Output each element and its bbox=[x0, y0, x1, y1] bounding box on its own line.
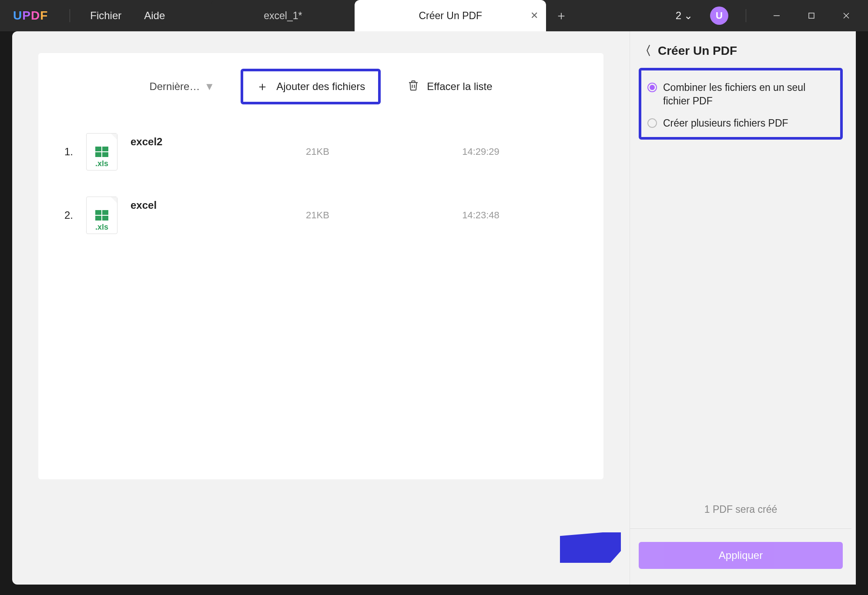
titlebar-right: 2 ⌄ U bbox=[676, 0, 868, 31]
tab-label: Créer Un PDF bbox=[419, 10, 482, 22]
option-multiple[interactable]: Créer plusieurs fichiers PDF bbox=[647, 112, 834, 134]
xls-file-icon: .xls bbox=[86, 197, 117, 234]
add-files-label: Ajouter des fichiers bbox=[276, 80, 365, 93]
tab-strip: excel_1* Créer Un PDF ✕ ＋ bbox=[211, 0, 675, 31]
menu-file[interactable]: Fichier bbox=[79, 0, 133, 31]
side-panel: 〈 Créer Un PDF Combiner les fichiers en … bbox=[630, 31, 856, 585]
file-toolbar: Dernière… ▼ ＋ Ajouter des fichiers bbox=[38, 53, 603, 120]
plus-icon: ＋ bbox=[256, 78, 268, 95]
sort-dropdown[interactable]: Dernière… ▼ bbox=[149, 80, 214, 93]
option-combine[interactable]: Combiner les fichiers en un seul fichier… bbox=[647, 77, 834, 112]
panel-header: 〈 Créer Un PDF bbox=[639, 43, 843, 68]
create-pdf-options: Combiner les fichiers en un seul fichier… bbox=[639, 68, 843, 140]
sort-label: Dernière… bbox=[149, 80, 200, 93]
file-row[interactable]: 1. .xls excel2 21KB 14:29:29 bbox=[38, 120, 603, 184]
file-time: 14:23:48 bbox=[426, 210, 535, 221]
separator bbox=[746, 9, 746, 22]
thumb-ext: .xls bbox=[95, 159, 108, 168]
avatar[interactable]: U bbox=[710, 7, 728, 25]
menu-help[interactable]: Aide bbox=[133, 0, 176, 31]
caret-down-icon: ▼ bbox=[204, 80, 214, 93]
apply-label: Appliquer bbox=[719, 549, 763, 562]
radio-checked-icon bbox=[647, 83, 657, 92]
tab-label: excel_1* bbox=[264, 10, 302, 22]
radio-unchecked-icon bbox=[647, 118, 657, 128]
separator bbox=[70, 9, 70, 22]
new-tab-button[interactable]: ＋ bbox=[546, 0, 576, 31]
app-logo: UPDF bbox=[0, 9, 61, 23]
file-size: 21KB bbox=[274, 146, 361, 157]
window-close-button[interactable] bbox=[833, 0, 859, 31]
row-index: 1. bbox=[56, 146, 73, 158]
file-row[interactable]: 2. .xls excel 21KB 14:23:48 bbox=[38, 184, 603, 247]
file-name: excel bbox=[131, 197, 261, 211]
window-maximize-button[interactable] bbox=[798, 0, 824, 31]
option-label: Combiner les fichiers en un seul fichier… bbox=[663, 81, 834, 108]
close-tab-icon[interactable]: ✕ bbox=[530, 10, 538, 21]
window-minimize-button[interactable] bbox=[764, 0, 790, 31]
xls-file-icon: .xls bbox=[86, 133, 117, 170]
avatar-letter: U bbox=[716, 10, 723, 21]
chevron-down-icon: ⌄ bbox=[684, 10, 693, 22]
file-time: 14:29:29 bbox=[426, 146, 535, 157]
titlebar: UPDF Fichier Aide excel_1* Créer Un PDF … bbox=[0, 0, 868, 31]
tab-count-dropdown[interactable]: 2 ⌄ bbox=[676, 10, 701, 22]
tab-inactive[interactable]: excel_1* bbox=[211, 0, 355, 31]
thumb-ext: .xls bbox=[95, 223, 108, 232]
panel-title: Créer Un PDF bbox=[658, 44, 737, 58]
file-size: 21KB bbox=[274, 210, 361, 221]
trash-icon bbox=[407, 79, 420, 94]
file-name: excel2 bbox=[131, 133, 261, 148]
apply-button[interactable]: Appliquer bbox=[639, 542, 843, 569]
clear-list-label: Effacer la liste bbox=[427, 80, 492, 93]
status-text: 1 PDF sera créé bbox=[639, 504, 843, 528]
tab-count-value: 2 bbox=[676, 10, 681, 22]
row-index: 2. bbox=[56, 209, 73, 221]
file-list-card: Dernière… ▼ ＋ Ajouter des fichiers bbox=[38, 53, 603, 479]
clear-list-button[interactable]: Effacer la liste bbox=[407, 79, 492, 94]
back-icon[interactable]: 〈 bbox=[639, 43, 652, 59]
option-label: Créer plusieurs fichiers PDF bbox=[663, 117, 788, 130]
tab-active[interactable]: Créer Un PDF ✕ bbox=[355, 0, 546, 31]
divider bbox=[630, 528, 851, 529]
svg-rect-1 bbox=[809, 13, 814, 18]
add-files-button[interactable]: ＋ Ajouter des fichiers bbox=[241, 69, 381, 104]
app-body: Dernière… ▼ ＋ Ajouter des fichiers bbox=[12, 31, 856, 585]
main-panel: Dernière… ▼ ＋ Ajouter des fichiers bbox=[12, 31, 630, 585]
